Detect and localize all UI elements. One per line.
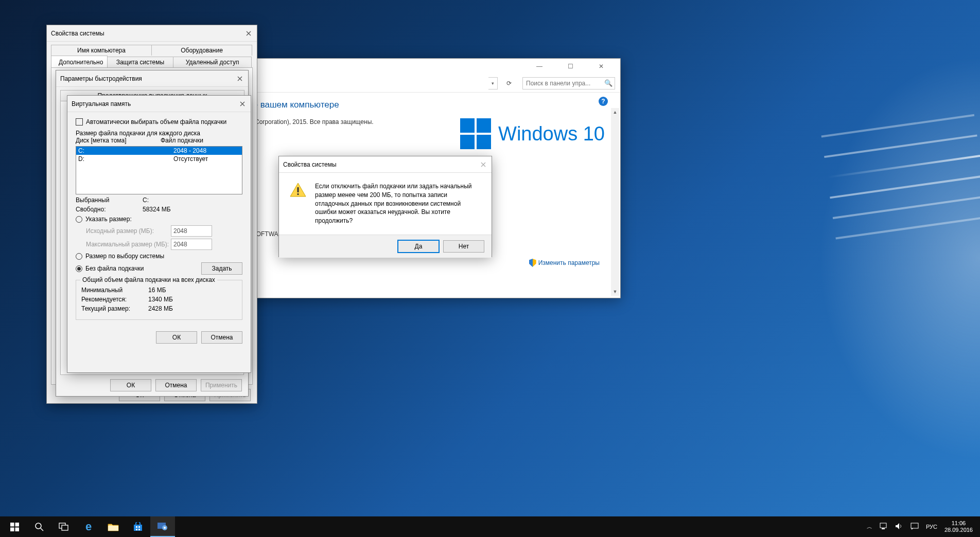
svg-point-6	[36, 523, 41, 529]
ok-button[interactable]: ОК	[110, 379, 151, 391]
col-file-header: Файл подкачки	[161, 137, 203, 144]
yes-button[interactable]: Да	[398, 240, 439, 253]
file-explorer-icon[interactable]	[101, 516, 126, 537]
clock[interactable]: 11:06 28.09.2016	[944, 520, 973, 533]
clock-date: 28.09.2016	[944, 527, 973, 533]
max-size-label: Максимальный размер (МБ):	[86, 241, 171, 248]
set-button[interactable]: Задать	[201, 262, 242, 275]
radio-icon	[76, 265, 82, 272]
window-title: Свойства системы	[51, 30, 244, 37]
auto-manage-checkbox[interactable]: Автоматически выбирать объем файла подка…	[76, 118, 242, 126]
close-icon[interactable]	[244, 29, 253, 38]
search-icon[interactable]: 🔍	[604, 79, 612, 87]
vm-button-row: ОК Отмена	[67, 326, 251, 349]
svg-rect-3	[15, 523, 19, 527]
col-drive-header: Диск [метка тома]	[76, 137, 161, 144]
radio-system-managed[interactable]: Размер по выбору системы	[76, 253, 242, 260]
svg-rect-15	[138, 529, 140, 530]
sys-tabs: Имя компьютера Оборудование Дополнительн…	[51, 44, 253, 67]
svg-rect-11	[134, 525, 142, 531]
volume-icon[interactable]	[895, 523, 903, 531]
radio-system-label: Размер по выбору системы	[85, 253, 164, 260]
tab-computer-name[interactable]: Имя компьютера	[51, 45, 152, 56]
tab-protection[interactable]: Защита системы	[107, 57, 173, 67]
search-input[interactable]	[522, 77, 615, 90]
drive-pagefile: Отсутствует	[173, 155, 208, 163]
cancel-button[interactable]: Отмена	[155, 379, 197, 391]
svg-rect-2	[10, 523, 14, 527]
confirmation-dialog: Свойства системы Если отключить файл под…	[278, 156, 492, 257]
initial-size-input[interactable]	[171, 225, 212, 237]
svg-rect-0	[297, 187, 299, 192]
network-icon[interactable]	[880, 523, 888, 531]
address-dropdown-icon[interactable]: ▾	[488, 77, 498, 90]
radio-custom-size[interactable]: Указать размер:	[76, 216, 242, 223]
free-space-value: 58324 МБ	[143, 206, 171, 213]
window-title: Виртуальная память	[72, 100, 238, 108]
start-button[interactable]	[2, 516, 27, 537]
task-view-icon[interactable]	[51, 516, 76, 537]
taskbar-app-active[interactable]	[150, 516, 175, 537]
tab-hardware[interactable]: Оборудование	[151, 45, 252, 56]
drive-list[interactable]: C: 2048 - 2048 D: Отсутствует	[76, 146, 242, 194]
svg-point-18	[164, 527, 166, 529]
close-button[interactable]: ✕	[589, 59, 613, 74]
input-language[interactable]: РУС	[926, 524, 937, 530]
drive-row[interactable]: D: Отсутствует	[76, 155, 242, 163]
close-icon[interactable]	[479, 160, 487, 169]
tray-chevron-up-icon[interactable]: ︿	[867, 523, 872, 531]
refresh-icon[interactable]: ⟳	[503, 77, 515, 90]
clock-time: 11:06	[944, 520, 973, 527]
perf-button-row: ОК Отмена Применить	[56, 379, 248, 397]
dialog-body: Если отключить файл подкачки или задать …	[279, 173, 492, 235]
edge-icon[interactable]: e	[76, 516, 101, 537]
scrollbar-vertical[interactable]: ▲▼	[611, 108, 619, 296]
radio-icon	[76, 253, 82, 260]
tab-remote[interactable]: Удаленный доступ	[173, 57, 252, 67]
current-value: 2428 МБ	[148, 305, 173, 312]
total-pagefile-group: Общий объем файла подкачки на всех диска…	[76, 280, 242, 320]
free-space-label: Свободно:	[76, 206, 143, 213]
group-legend: Общий объем файла подкачки на всех диска…	[80, 276, 217, 283]
page-heading: дений о вашем компьютере	[226, 100, 606, 110]
svg-line-7	[41, 528, 43, 531]
drive-name: C:	[78, 147, 173, 154]
svg-rect-14	[136, 529, 137, 530]
per-drive-label: Размер файла подкачки для каждого диска	[76, 130, 242, 137]
svg-rect-9	[62, 525, 68, 530]
auto-manage-label: Автоматически выбирать объем файла подка…	[86, 118, 226, 126]
no-button[interactable]: Нет	[443, 240, 484, 253]
windows-10-logo-block: Windows 10	[460, 118, 605, 149]
vm-titlebar[interactable]: Виртуальная память	[67, 96, 251, 112]
help-icon[interactable]: ?	[599, 97, 608, 106]
maximize-button[interactable]: ☐	[558, 59, 582, 74]
radio-no-pagefile[interactable]: Без файла подкачки	[76, 265, 144, 272]
close-icon[interactable]	[238, 100, 247, 108]
warning-icon	[289, 182, 307, 198]
dialog-text: Если отключить файл подкачки или задать …	[315, 182, 481, 225]
svg-rect-10	[108, 526, 118, 531]
ok-button[interactable]: ОК	[156, 331, 197, 344]
drive-row[interactable]: C: 2048 - 2048	[76, 147, 242, 155]
change-settings-link[interactable]: Изменить параметры	[529, 259, 600, 267]
close-icon[interactable]	[236, 75, 244, 83]
system-tray: ︿ РУС 11:06 28.09.2016	[867, 520, 978, 533]
max-size-input[interactable]	[171, 239, 212, 250]
apply-button[interactable]: Применить	[201, 379, 242, 391]
sys-titlebar[interactable]: Свойства системы	[47, 25, 257, 42]
perf-titlebar[interactable]: Параметры быстродействия	[56, 70, 248, 87]
initial-size-label: Исходный размер (МБ):	[86, 227, 171, 235]
msg-titlebar[interactable]: Свойства системы	[279, 156, 492, 173]
dialog-button-row: Да Нет	[279, 235, 492, 258]
min-value: 16 МБ	[148, 287, 166, 294]
radio-custom-label: Указать размер:	[85, 216, 132, 223]
minimize-button[interactable]: —	[528, 59, 551, 74]
taskbar[interactable]: e ︿ РУС 11:06 28.09.2016	[0, 516, 980, 537]
svg-rect-5	[15, 527, 19, 531]
search-icon[interactable]	[27, 516, 51, 537]
notifications-icon[interactable]	[911, 523, 919, 531]
cancel-button[interactable]: Отмена	[201, 331, 242, 344]
store-icon[interactable]	[126, 516, 150, 537]
tab-advanced[interactable]: Дополнительно	[51, 56, 108, 67]
dialog-title: Свойства системы	[283, 161, 479, 168]
